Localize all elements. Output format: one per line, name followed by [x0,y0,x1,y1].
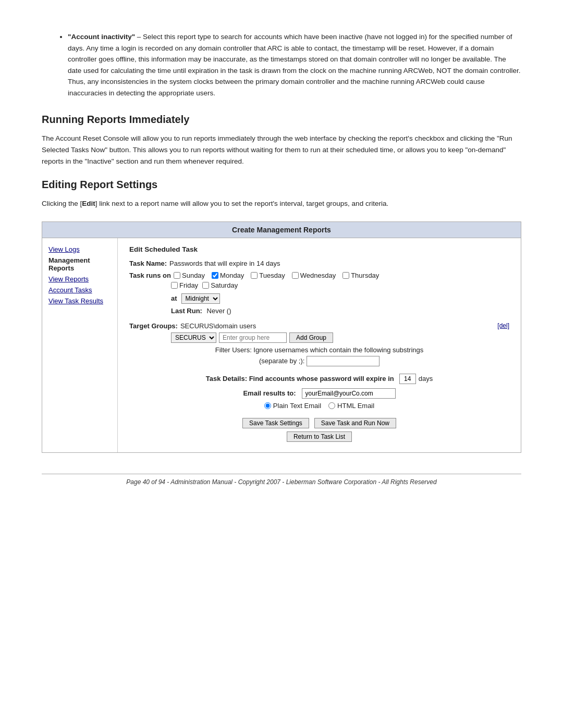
sidebar-item-account-tasks[interactable]: Account Tasks [48,286,111,294]
filter-row: Filter Users: Ignore usernames which con… [129,346,509,354]
saturday-checkbox-label[interactable]: Saturday [202,281,238,289]
task-name-value: Passwords that will expire in 14 days [169,260,280,267]
last-run-value: Never () [207,307,231,315]
button-row: Save Task Settings Save Task and Run Now [129,418,509,428]
create-management-reports-panel: Create Management Reports View Logs Mana… [42,221,521,453]
edit-scheduled-task-title: Edit Scheduled Task [129,245,509,253]
task-name-label: Task Name: [129,260,167,267]
section2-heading: Editing Report Settings [42,179,521,191]
bullet-dash: – [135,33,143,41]
wednesday-label: Wednesday [300,272,336,279]
task-details-days-input[interactable]: 14 [399,374,416,384]
filter-sublabel: (separate by ;): [259,357,304,365]
task-runs-row1: Task runs on Sunday Monday Tuesday Wed [129,272,509,279]
group-domain-select[interactable]: SECURUS [171,332,216,343]
task-details-label: Task Details: Find accounts whose passwo… [206,375,394,382]
group-add-row: SECURUS Add Group [129,332,509,343]
add-group-button[interactable]: Add Group [289,332,333,343]
sidebar-item-management-reports: Management Reports [48,256,111,272]
sunday-checkbox-label[interactable]: Sunday [174,272,205,279]
panel-body: View Logs Management Reports View Report… [42,238,521,452]
panel-header: Create Management Reports [42,222,521,238]
filter-input[interactable] [307,356,380,366]
radio-row: Plain Text Email HTML Email [129,402,509,410]
html-radio[interactable] [328,402,335,409]
section2-intro: Clicking the [Edit] link next to a repor… [42,198,521,209]
at-row: at Midnight 1 AM 2 AM 3 AM 4 AM 6 AM 12 … [129,293,509,304]
bullet-text: Select this report type to search for ac… [68,33,520,97]
wednesday-checkbox-label[interactable]: Wednesday [292,272,336,279]
sidebar-item-view-logs[interactable]: View Logs [48,245,111,253]
task-runs-label: Task runs on [129,272,171,279]
wednesday-checkbox[interactable] [292,272,299,279]
bullet-section: "Account inactivity" – Select this repor… [42,31,521,99]
task-details-suffix: days [419,375,433,382]
at-select[interactable]: Midnight 1 AM 2 AM 3 AM 4 AM 6 AM 12 PM [181,293,220,304]
panel-main: Edit Scheduled Task Task Name: Passwords… [118,238,521,452]
monday-checkbox-label[interactable]: Monday [212,272,244,279]
sunday-checkbox[interactable] [174,272,180,279]
save-task-run-now-button[interactable]: Save Task and Run Now [314,418,396,428]
section1-heading: Running Reports Immediately [42,114,521,126]
last-run-label: Last Run: [171,307,202,315]
task-runs-row2: Friday Saturday [129,281,509,289]
footer-text: Page 40 of 94 - Administration Manual - … [126,478,436,486]
days-row1: Sunday Monday Tuesday Wednesday Thur [174,272,383,279]
friday-checkbox-label[interactable]: Friday [171,281,198,289]
monday-label: Monday [220,272,244,279]
return-to-task-list-button[interactable]: Return to Task List [287,431,352,442]
monday-checkbox[interactable] [212,272,218,279]
friday-checkbox[interactable] [171,282,178,289]
thursday-checkbox[interactable] [342,272,349,279]
group-input[interactable] [219,332,287,343]
bullet-term: "Account inactivity" [68,33,135,41]
html-radio-label[interactable]: HTML Email [328,402,374,410]
filter-input-row: (separate by ;): [129,356,509,366]
target-groups-label: Target Groups: [129,322,178,330]
plain-text-radio-label[interactable]: Plain Text Email [264,402,321,410]
sidebar-item-view-task-results[interactable]: View Task Results [48,297,111,305]
plain-text-label: Plain Text Email [273,402,321,410]
save-task-settings-button[interactable]: Save Task Settings [242,418,309,428]
tuesday-label: Tuesday [259,272,285,279]
filter-label: Filter Users: Ignore usernames which con… [215,346,424,354]
tuesday-checkbox-label[interactable]: Tuesday [251,272,285,279]
email-input[interactable] [302,388,396,399]
target-groups-left: Target Groups: SECURUS\domain users [129,322,256,330]
button-row2: Return to Task List [129,431,509,442]
at-label: at [171,294,177,302]
last-run-row: Last Run: Never () [129,307,509,315]
friday-label: Friday [179,281,198,289]
bullet-item: "Account inactivity" – Select this repor… [68,31,521,99]
del-link[interactable]: [del] [497,322,509,329]
section1-body: The Account Reset Console will allow you… [42,133,521,168]
html-label: HTML Email [337,402,374,410]
thursday-checkbox-label[interactable]: Thursday [342,272,379,279]
saturday-checkbox[interactable] [202,282,209,289]
plain-text-radio[interactable] [264,402,271,409]
thursday-label: Thursday [351,272,379,279]
tuesday-checkbox[interactable] [251,272,258,279]
email-row: Email results to: [129,388,509,399]
sidebar-item-view-reports[interactable]: View Reports [48,275,111,283]
email-label: Email results to: [243,389,296,397]
panel-sidebar: View Logs Management Reports View Report… [42,238,118,452]
target-groups-row: Target Groups: SECURUS\domain users [del… [129,322,509,330]
saturday-label: Saturday [211,281,238,289]
task-runs-block: Task runs on Sunday Monday Tuesday Wed [129,272,509,289]
sunday-label: Sunday [182,272,205,279]
task-name-row: Task Name: Passwords that will expire in… [129,260,509,267]
footer: Page 40 of 94 - Administration Manual - … [42,474,521,486]
target-groups-value: SECURUS\domain users [180,322,256,330]
task-details-row: Task Details: Find accounts whose passwo… [129,374,509,384]
